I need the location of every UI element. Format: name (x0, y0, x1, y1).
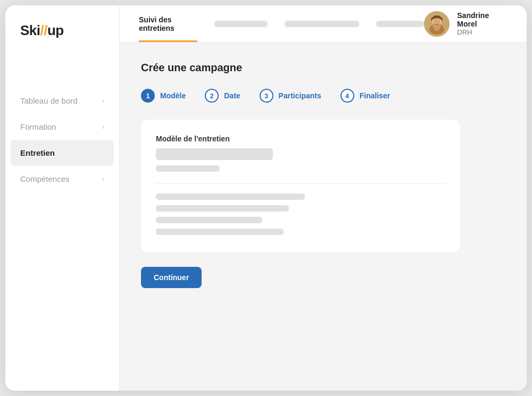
tab-label: Suivi des entretiens (139, 15, 197, 32)
tab-2[interactable] (214, 5, 268, 42)
field-label: Modèle de l'entretien (156, 134, 445, 143)
step-label-2: Date (224, 91, 240, 100)
step-label-4: Finaliser (360, 91, 390, 100)
page-body: Crée une campagne 1 Modèle 2 Date 3 Part… (120, 43, 527, 391)
sidebar-item-label: Formation (20, 122, 56, 131)
nav-menu: Tableau de bord › Formation › Entretien … (5, 56, 119, 391)
tab-placeholder-2 (214, 21, 268, 27)
step-label-3: Participants (279, 91, 321, 100)
user-info: Sandrine Morel DRH (457, 11, 508, 36)
logo-text-up: up (47, 22, 64, 39)
step-circle-4: 4 (340, 89, 354, 103)
tab-placeholder-3 (285, 21, 359, 27)
sidebar-item-label: Compétences (20, 174, 70, 183)
page-title: Crée une campagne (141, 62, 505, 74)
skeleton-line-3 (156, 217, 262, 223)
logo-text-skill: Ski (20, 22, 40, 39)
step-1[interactable]: 1 Modèle (141, 89, 186, 103)
step-label-1: Modèle (160, 91, 186, 100)
sidebar-item-entretien[interactable]: Entretien (11, 140, 114, 166)
sidebar-item-competences[interactable]: Compétences › (5, 166, 119, 192)
step-4[interactable]: 4 Finaliser (340, 89, 390, 103)
skeleton-lines (156, 193, 445, 235)
tabs-row: Suivi des entretiens (139, 5, 424, 42)
logo-area: Ski//up (5, 5, 119, 56)
user-area: Sandrine Morel DRH (424, 11, 508, 37)
skeleton-line-1 (156, 193, 305, 200)
step-3[interactable]: 3 Participants (260, 89, 321, 103)
avatar-image (424, 11, 450, 37)
skeleton-input (156, 148, 273, 160)
chevron-right-icon: › (102, 123, 104, 131)
tab-3[interactable] (285, 5, 359, 42)
sidebar-item-label: Entretien (20, 148, 55, 157)
skeleton-line-4 (156, 229, 284, 235)
step-2[interactable]: 2 Date (205, 89, 240, 103)
skeleton-small (156, 165, 220, 172)
chevron-right-icon: › (102, 175, 104, 183)
skeleton-line-2 (156, 205, 289, 212)
user-role: DRH (457, 28, 508, 36)
step-circle-3: 3 (260, 89, 273, 103)
steps-row: 1 Modèle 2 Date 3 Participants 4 Finalis… (141, 89, 505, 103)
main-content: Suivi des entretiens (120, 5, 527, 391)
form-section: Modèle de l'entretien (141, 120, 460, 252)
sidebar-item-label: Tableau de bord (20, 96, 78, 105)
tab-placeholder-4 (376, 21, 424, 27)
avatar (424, 11, 450, 37)
sidebar: Ski//up Tableau de bord › Formation › En… (5, 5, 120, 391)
app-container: Ski//up Tableau de bord › Formation › En… (5, 5, 527, 391)
skeleton-divider (156, 183, 445, 184)
logo: Ski//up (20, 22, 104, 39)
tab-suivi-entretiens[interactable]: Suivi des entretiens (139, 5, 197, 42)
tab-4[interactable] (376, 5, 424, 42)
step-circle-2: 2 (205, 89, 219, 103)
logo-slashes: // (40, 22, 47, 39)
sidebar-item-tableau-de-bord[interactable]: Tableau de bord › (5, 88, 119, 114)
step-circle-1: 1 (141, 89, 155, 103)
continue-button[interactable]: Continuer (141, 267, 202, 288)
sidebar-item-formation[interactable]: Formation › (5, 114, 119, 140)
top-bar: Suivi des entretiens (120, 5, 527, 43)
user-name: Sandrine Morel (457, 11, 508, 28)
chevron-right-icon: › (102, 97, 104, 105)
